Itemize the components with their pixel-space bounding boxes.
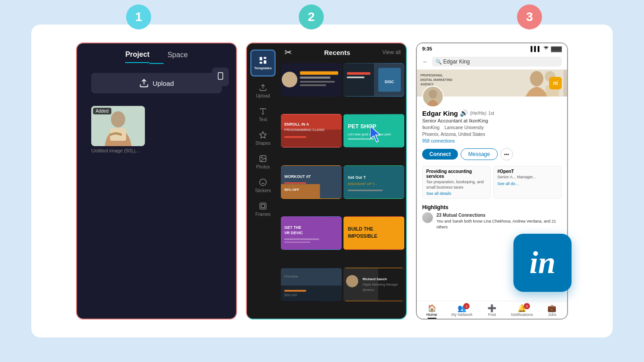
message-button[interactable]: Message (461, 148, 498, 160)
tab-project[interactable]: Project (125, 51, 149, 63)
template-card-1[interactable] (281, 63, 342, 97)
svg-text:PROGRAMMING CLASS!: PROGRAMMING CLASS! (284, 128, 325, 132)
time-display: 9:35 (422, 46, 432, 51)
panel-capcut-project: Project Space Upload (76, 42, 237, 320)
activity-card-2: #OpenT Senior A... Manager... See all do… (493, 166, 562, 199)
template-card-7[interactable]: GET THE VR DEVIC (281, 216, 342, 250)
sidebar-shapes-label: Shapes (255, 141, 271, 146)
editor-mockup: Templates Upload (247, 43, 406, 319)
company-name: IkonKing (422, 125, 440, 130)
template-preview-1 (281, 63, 342, 97)
activity-2-title: #OpenT (497, 169, 558, 174)
template-preview-2: DISC (343, 63, 404, 97)
mutual-desc: You and Sarah both know Lina Chekhova, A… (436, 219, 562, 230)
activity-2-link[interactable]: See all do... (497, 181, 558, 186)
device-icon-button[interactable] (212, 67, 229, 86)
sidebar-upload[interactable]: Upload (247, 79, 279, 103)
sidebar-stickers-label: Stickers (255, 188, 271, 193)
tab-underline (149, 63, 164, 64)
template-preview-5: WORKOUT AT 50% OFF (281, 165, 342, 199)
template-card-8[interactable]: BUILD THE IMPOSSIBLE (343, 216, 404, 250)
templates-icon (258, 56, 267, 65)
highlights-section: Highlights 23 Mutual Connections You and… (417, 202, 567, 232)
upload-label: Upload (153, 80, 174, 87)
template-preview-7: GET THE VR DEVIC (281, 216, 342, 250)
connections-count[interactable]: 958 connections (422, 139, 562, 143)
step-number-3: 3 (526, 10, 533, 24)
sidebar-text-label: Text (259, 117, 267, 122)
svg-marker-13 (260, 132, 267, 138)
search-text: Edgar King (443, 59, 470, 65)
stickers-sidebar-icon (259, 178, 267, 186)
editor-main: ✂ Recents View all (279, 43, 406, 319)
home-label: Home (427, 312, 437, 317)
activity-1-title: Providing accounting services (426, 169, 487, 179)
step-number-2: 2 (308, 10, 315, 24)
shapes-sidebar-icon (259, 131, 267, 139)
profile-name-row: Edgar King 🔊 (He/His) 1st (422, 109, 562, 117)
added-image-container: Added Untitled image (50).j... (91, 106, 145, 153)
svg-text:IMPOSSIBLE: IMPOSSIBLE (348, 233, 377, 239)
svg-rect-44 (284, 182, 306, 184)
wifi-icon (543, 45, 549, 52)
jobs-icon: 💼 (547, 304, 556, 312)
template-card-2[interactable]: DISC (343, 63, 404, 97)
template-card-4[interactable]: PET SHOP Let's take good care of our pet… (343, 114, 404, 147)
svg-text:ENROLL IN A: ENROLL IN A (284, 122, 309, 127)
view-all-button[interactable]: View all (382, 49, 401, 55)
svg-point-73 (530, 71, 543, 86)
linkedin-logo: in (513, 234, 572, 292)
home-icon: 🏠 (428, 304, 436, 312)
activity-1-link[interactable]: See all details (426, 191, 487, 196)
nav-notifications[interactable]: 🔔 Notifications 3 (507, 304, 537, 317)
post-label: Post (488, 312, 496, 317)
svg-rect-26 (300, 84, 326, 86)
recents-title: Recents (296, 49, 379, 56)
svg-text:Let's take good care of our pe: Let's take good care of our pets! (348, 133, 391, 136)
template-card-5[interactable]: WORKOUT AT 50% OFF (281, 165, 342, 199)
added-badge: Added (93, 108, 111, 114)
back-button[interactable]: ← (422, 58, 428, 65)
svg-rect-24 (300, 76, 330, 79)
svg-rect-63 (284, 290, 306, 291)
sidebar-photos[interactable]: Photos (247, 150, 279, 174)
sidebar-text[interactable]: Text (247, 103, 279, 126)
nav-post[interactable]: ➕ Post (477, 304, 507, 317)
template-card-3[interactable]: ENROLL IN A PROGRAMMING CLASS! (281, 114, 342, 147)
highlights-title: Highlights (422, 204, 562, 210)
linkedin-logo-text: in (530, 245, 555, 281)
sidebar-frames-label: Frames (255, 212, 271, 217)
editor-top-bar: ✂ Recents View all (279, 43, 406, 61)
template-card-6[interactable]: Get Our T DISCOUNT UP T... (343, 165, 404, 199)
volume-icon: 🔊 (460, 109, 468, 117)
template-preview-4: PET SHOP Let's take good care of our pet… (343, 114, 404, 147)
sidebar-frames[interactable]: Frames (247, 198, 279, 221)
search-bar: ← 🔍 Edgar King (417, 54, 567, 70)
svg-rect-37 (284, 136, 306, 138)
sidebar-templates-selected[interactable]: Templates (247, 47, 279, 79)
text-sidebar-icon (259, 107, 267, 115)
svg-text:Richard Sanch: Richard Sanch (363, 277, 387, 281)
search-input[interactable]: 🔍 Edgar King (432, 57, 562, 67)
template-card-10[interactable]: Richard Sanch Digital Marketing Manager … (343, 268, 404, 301)
network-badge: 1 (463, 303, 470, 309)
template-card-9[interactable]: Promotion 50% OFF (281, 268, 342, 301)
profile-name: Edgar King (422, 109, 458, 117)
frames-sidebar-icon (259, 202, 267, 210)
tab-space[interactable]: Space (167, 51, 187, 63)
upload-button[interactable]: Upload (91, 73, 222, 93)
sidebar-stickers[interactable]: Stickers (247, 174, 279, 198)
step-badge-1: 1 (126, 4, 151, 29)
nav-jobs[interactable]: 💼 Jobs (537, 304, 567, 317)
more-options-button[interactable]: ••• (500, 148, 513, 160)
sidebar-photos-label: Photos (256, 164, 270, 169)
svg-text:Get Our T: Get Our T (348, 175, 366, 180)
sidebar-shapes[interactable]: Shapes (247, 126, 279, 150)
connect-button[interactable]: Connect (422, 149, 458, 160)
step-badge-2: 2 (299, 4, 324, 29)
nav-network[interactable]: 👥 My Network 1 (447, 304, 477, 317)
notifications-badge: 3 (524, 303, 530, 309)
image-section: Added Untitled image (50).j... (77, 102, 236, 157)
nav-home[interactable]: 🏠 Home (417, 304, 447, 317)
svg-rect-20 (261, 204, 265, 208)
